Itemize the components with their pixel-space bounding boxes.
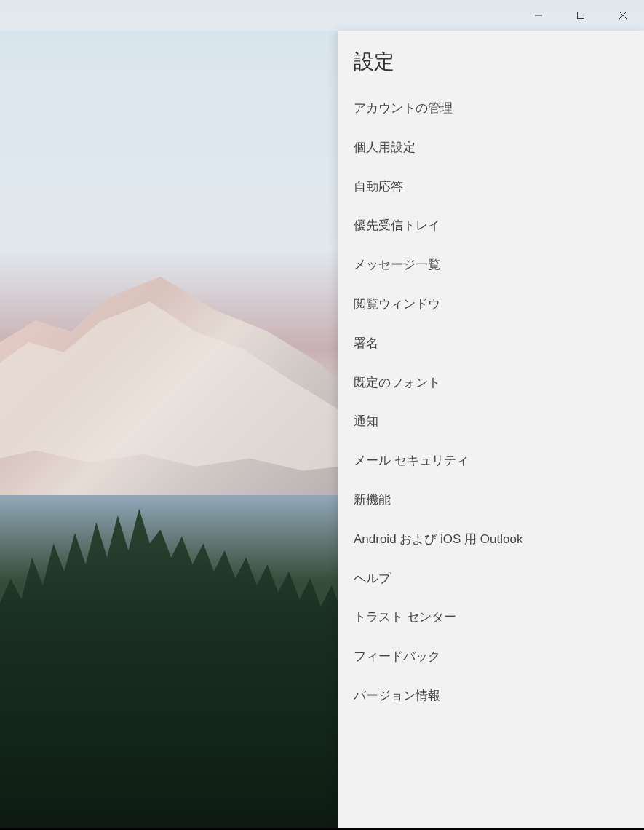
settings-item-whats-new[interactable]: 新機能 [338,481,644,520]
settings-item-outlook-mobile[interactable]: Android および iOS 用 Outlook [338,520,644,559]
settings-item-mail-security[interactable]: メール セキュリティ [338,441,644,481]
settings-item-about[interactable]: バージョン情報 [338,676,644,716]
settings-item-help[interactable]: ヘルプ [338,559,644,598]
settings-item-trust-center[interactable]: トラスト センター [338,598,644,637]
minimize-button[interactable] [517,0,560,31]
maximize-button[interactable] [560,0,602,31]
close-icon [619,11,627,20]
window-titlebar [0,0,644,31]
close-button[interactable] [602,0,644,31]
settings-item-notifications[interactable]: 通知 [338,402,644,441]
settings-item-focused-inbox[interactable]: 優先受信トレイ [338,206,644,245]
settings-item-personalization[interactable]: 個人用設定 [338,128,644,167]
settings-item-signature[interactable]: 署名 [338,324,644,363]
settings-item-message-list[interactable]: メッセージ一覧 [338,245,644,285]
settings-item-automatic-replies[interactable]: 自動応答 [338,167,644,207]
settings-item-feedback[interactable]: フィードバック [338,637,644,676]
settings-list: アカウントの管理個人用設定自動応答優先受信トレイメッセージ一覧閲覧ウィンドウ署名… [338,89,644,716]
settings-item-manage-accounts[interactable]: アカウントの管理 [338,89,644,128]
settings-item-default-font[interactable]: 既定のフォント [338,363,644,403]
settings-item-reading-pane[interactable]: 閲覧ウィンドウ [338,285,644,324]
svg-rect-1 [578,12,584,19]
maximize-icon [576,11,585,20]
minimize-icon [534,11,543,20]
settings-title: 設定 [338,44,644,89]
settings-panel: 設定 アカウントの管理個人用設定自動応答優先受信トレイメッセージ一覧閲覧ウィンド… [338,31,644,830]
